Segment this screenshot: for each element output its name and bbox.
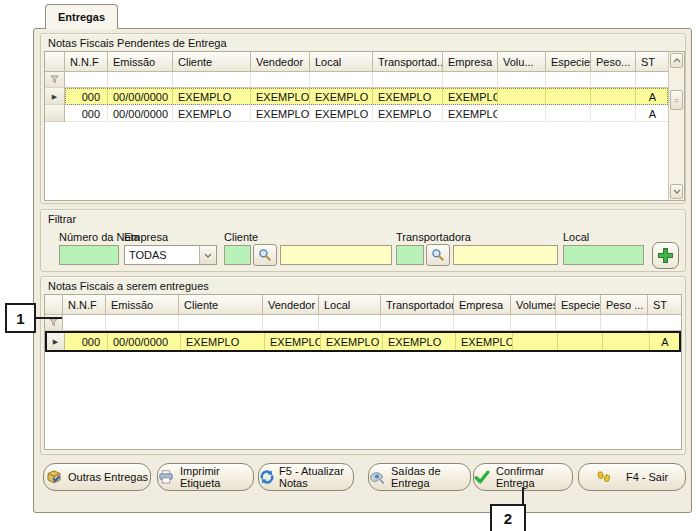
add-filter-button[interactable] [652,242,679,269]
callout-1-marker: 1 [5,303,36,333]
deliver-grid-header: N.N.F Emissão Cliente Vendedor Local Tra… [45,295,681,315]
column-header-cliente[interactable]: Cliente [173,52,251,72]
footsteps-icon [596,469,612,485]
filter-group-title: Filtrar [48,213,76,225]
column-header-emissao[interactable]: Emissão [106,295,179,315]
package-check-icon [46,469,62,485]
column-header-volumes[interactable]: Volumes [511,295,556,315]
column-header-peso[interactable]: Peso ... [601,295,648,315]
cliente-label: Cliente [224,231,258,243]
column-header-local[interactable]: Local [319,295,381,315]
scroll-down-button[interactable] [670,184,683,199]
imprimir-etiqueta-button[interactable]: Imprimir Etiqueta [157,463,254,491]
pending-notes-title: Notas Fiscais Pendentes de Entrega [48,37,227,49]
outras-entregas-button[interactable]: Outras Entregas [43,463,151,491]
transportadora-search-button[interactable] [426,244,450,266]
column-header-st[interactable]: ST [648,295,681,315]
column-header-volumes[interactable]: Volu... [498,52,546,72]
column-header-vendedor[interactable]: Vendedor [251,52,310,72]
filter-funnel-icon [45,72,65,88]
empresa-select[interactable]: TODAS [124,245,217,265]
active-row-indicator: ▶ [47,333,65,350]
outras-entregas-label: Outras Entregas [68,471,148,483]
row-indicator-header [45,52,65,72]
confirmar-entrega-label: Confirmar Entrega [496,465,572,489]
callout-2-line [522,487,524,505]
deliver-notes-grid: N.N.F Emissão Cliente Vendedor Local Tra… [44,294,682,450]
table-row[interactable]: ▶ 000 00/00/0000 EXEMPLO EXEMPLO EXEMPLO… [45,331,681,352]
pending-grid-filter-row[interactable] [45,72,684,88]
column-header-especie[interactable]: Especie [546,52,591,72]
pending-grid-header: N.N.F Emissão Cliente Vendedor Local Tra… [45,52,684,72]
transportadora-label: Transportadora [396,231,471,243]
column-header-emissao[interactable]: Emissão [108,52,173,72]
column-header-cliente[interactable]: Cliente [179,295,263,315]
column-header-especie[interactable]: Especie [556,295,601,315]
transportadora-name-input[interactable] [453,245,558,265]
cliente-code-input[interactable] [224,245,251,265]
atualizar-notas-button[interactable]: F5 - Atualizar Notas [258,463,354,491]
search-icon [431,248,445,262]
column-header-empresa[interactable]: Empresa [454,295,511,315]
scroll-thumb[interactable]: = [670,90,683,110]
saidas-entrega-button[interactable]: Saídas de Entrega [368,463,471,491]
deliver-grid-filter-row[interactable] [45,315,681,331]
tab-entregas[interactable]: Entregas [45,4,118,29]
table-row[interactable]: ▶ 000 00/00/0000 EXEMPLO EXEMPLO EXEMPLO… [45,88,684,105]
column-header-transportadora[interactable]: Transportadora [381,295,454,315]
pending-notes-grid: N.N.F Emissão Cliente Vendedor Local Tra… [44,51,685,201]
callout-2-marker: 2 [490,504,526,531]
column-header-st[interactable]: ST [636,52,668,72]
printer-icon [158,469,174,485]
filter-group: Filtrar Número da Nota Empresa TODAS Cli… [40,209,686,272]
scroll-up-button[interactable] [670,53,683,68]
row-indicator-header [45,295,63,315]
column-header-peso[interactable]: Peso... [591,52,636,72]
column-header-local[interactable]: Local [310,52,373,72]
active-row-indicator: ▶ [45,88,65,105]
numero-da-nota-input[interactable] [59,245,119,265]
sair-button[interactable]: F4 - Sair [578,463,686,491]
callout-1-line [35,317,62,319]
column-header-nnf[interactable]: N.N.F [63,295,106,315]
empresa-selected-value: TODAS [125,249,199,261]
plus-icon [657,247,674,264]
imprimir-etiqueta-label: Imprimir Etiqueta [180,465,253,489]
table-row[interactable]: 000 00/00/0000 EXEMPLO EXEMPLO EXEMPLO E… [45,105,684,122]
check-icon [474,469,490,485]
cliente-name-input[interactable] [280,245,392,265]
pending-grid-scrollbar[interactable]: = [668,52,684,200]
screenshot-canvas: Entregas Notas Fiscais Pendentes de Entr… [0,0,700,531]
local-input[interactable] [563,245,644,265]
transportadora-code-input[interactable] [396,245,424,265]
column-header-transportadora[interactable]: Transportad... [373,52,443,72]
search-icon [258,248,272,262]
refresh-icon [259,469,275,485]
column-header-empresa[interactable]: Empresa [443,52,498,72]
cliente-search-button[interactable] [253,244,277,266]
chevron-down-icon[interactable] [199,246,216,264]
saidas-entrega-label: Saídas de Entrega [391,465,470,489]
column-header-vendedor[interactable]: Vendedor [263,295,319,315]
deliver-notes-title: Notas Fiscais a serem entregues [48,280,209,292]
local-label: Local [563,231,589,243]
empresa-label: Empresa [124,231,168,243]
atualizar-notas-label: F5 - Atualizar Notas [279,465,353,489]
megaphone-icon [369,469,385,485]
sair-label: F4 - Sair [626,471,668,483]
tab-entregas-label: Entregas [58,11,105,23]
column-header-nnf[interactable]: N.N.F [65,52,108,72]
